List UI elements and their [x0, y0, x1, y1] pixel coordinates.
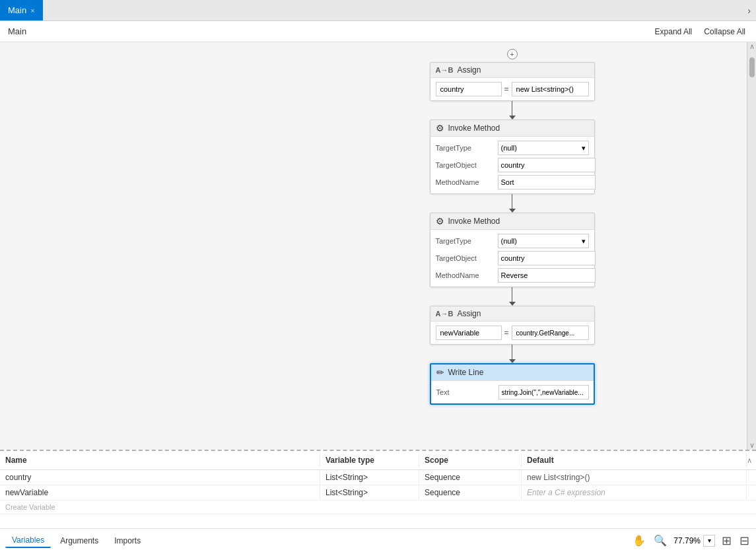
assign-1-value[interactable]: new List<string>() — [512, 82, 589, 96]
top-connector: + — [507, 49, 518, 61]
flow-area[interactable]: + A→B Assign country = new List<string>(… — [277, 42, 747, 450]
bottom-right-controls: ✋ 🔍 77.79% ▾ ⊞ ⊟ — [631, 532, 751, 549]
add-before-button[interactable]: + — [507, 49, 518, 59]
col-header-default: Default — [522, 454, 747, 467]
invoke-2-body: TargetType (null) ▾ TargetObject MethodN… — [430, 230, 594, 287]
assign-1-body: country = new List<string>() — [430, 78, 594, 100]
assign-2-header: A→B Assign — [430, 306, 594, 322]
line-4 — [512, 345, 512, 359]
col-header-type: Variable type — [320, 454, 419, 467]
scroll-up-button[interactable]: ∧ — [749, 42, 755, 51]
write-line-text-input[interactable] — [498, 385, 589, 399]
invoke-2-method-row: MethodName — [436, 268, 589, 283]
assign-2-row: newVariable = country.GetRange... — [436, 326, 589, 340]
variables-header-row: Name Variable type Scope Default ∧ — [0, 451, 756, 470]
tab-variables[interactable]: Variables — [5, 534, 51, 548]
connector-2 — [509, 194, 516, 213]
create-variable-label[interactable]: Create Variable — [0, 500, 320, 514]
canvas-scrollbar[interactable]: ∧ ∨ — [747, 42, 756, 450]
assign-1-equals: = — [504, 85, 509, 94]
collapse-canvas-button[interactable]: ⊟ — [738, 532, 751, 549]
invoke-method-1[interactable]: ⚙ Invoke Method TargetType (null) ▾ Targ… — [430, 120, 595, 194]
main-tab[interactable]: Main × — [0, 0, 43, 20]
write-line-header: ✏ Write Line — [431, 364, 594, 381]
canvas-left-empty — [0, 42, 277, 450]
zoom-dropdown-button[interactable]: ▾ — [703, 535, 715, 547]
assign-1-row: country = new List<string>() — [436, 82, 589, 96]
col-header-name: Name — [0, 454, 320, 467]
variables-table: Name Variable type Scope Default ∧ count… — [0, 451, 756, 528]
tab-imports[interactable]: Imports — [108, 534, 147, 547]
invoke-1-targettype-label: TargetType — [436, 144, 495, 152]
var-type-newvariable[interactable]: List<String> — [320, 485, 419, 500]
canvas-area: + A→B Assign country = new List<string>(… — [0, 42, 756, 450]
invoke-1-body: TargetType (null) ▾ TargetObject MethodN… — [430, 137, 594, 193]
var-scope-country[interactable]: Sequence — [419, 470, 522, 485]
invoke-1-method-input[interactable] — [498, 175, 596, 190]
toolbar: Main Expand All Collapse All — [0, 21, 756, 42]
assign-2-label: Assign — [457, 309, 481, 318]
invoke-1-header: ⚙ Invoke Method — [430, 120, 594, 137]
invoke-2-targetobj-input[interactable] — [498, 251, 596, 265]
connector-4 — [509, 345, 516, 363]
hand-tool-button[interactable]: ✋ — [631, 533, 647, 548]
invoke-1-targetobj-row: TargetObject — [436, 158, 589, 172]
assign-activity-2[interactable]: A→B Assign newVariable = country.GetRang… — [430, 306, 595, 345]
var-type-country[interactable]: List<String> — [320, 470, 419, 485]
tab-bar: Main × › — [0, 0, 756, 21]
variable-row-country[interactable]: country List<String> Sequence new List<s… — [0, 470, 756, 485]
invoke-2-targettype-input[interactable]: (null) ▾ — [498, 234, 589, 248]
col-header-scope: Scope — [419, 454, 522, 467]
toolbar-actions: Expand All Collapse All — [652, 26, 748, 38]
var-scope-newvariable[interactable]: Sequence — [419, 485, 522, 500]
vars-scroll-up[interactable]: ∧ — [747, 454, 756, 467]
write-line-body: Text — [431, 381, 594, 403]
invoke-2-label: Invoke Method — [448, 217, 500, 226]
invoke-1-targettype-input[interactable]: (null) ▾ — [498, 141, 589, 155]
assign-2-value[interactable]: country.GetRange... — [512, 326, 589, 340]
var-default-newvariable[interactable]: Enter a C# expression — [522, 485, 747, 500]
invoke-2-targettype-row: TargetType (null) ▾ — [436, 234, 589, 248]
invoke-icon-2: ⚙ — [436, 216, 444, 226]
invoke-2-targetobj-row: TargetObject — [436, 251, 589, 265]
write-line-label: Write Line — [448, 368, 484, 377]
expand-canvas-button[interactable]: ⊞ — [720, 532, 733, 549]
invoke-2-targettype-label: TargetType — [436, 237, 495, 245]
scroll-down-button[interactable]: ∨ — [749, 441, 755, 450]
assign-2-body: newVariable = country.GetRange... — [430, 322, 594, 344]
assign-2-variable[interactable]: newVariable — [436, 326, 502, 340]
write-line-activity[interactable]: ✏ Write Line Text — [430, 363, 595, 405]
invoke-2-method-label: MethodName — [436, 271, 495, 279]
scroll-thumb[interactable] — [749, 57, 755, 77]
connector-3 — [509, 287, 516, 306]
expand-all-button[interactable]: Expand All — [652, 26, 695, 38]
create-variable-row[interactable]: Create Variable — [0, 500, 756, 514]
tab-arguments[interactable]: Arguments — [53, 534, 105, 547]
invoke-1-targetobj-input[interactable] — [498, 158, 596, 172]
invoke-1-targetobj-label: TargetObject — [436, 161, 495, 169]
write-line-text-row: Text — [436, 385, 588, 399]
writeline-icon: ✏ — [436, 367, 444, 378]
tab-label: Main — [8, 5, 26, 15]
assign-icon-1: A→B — [436, 66, 454, 74]
zoom-control: 77.79% ▾ — [673, 535, 715, 547]
invoke-2-header: ⚙ Invoke Method — [430, 213, 594, 230]
line-3 — [512, 287, 512, 302]
variables-panel: Name Variable type Scope Default ∧ count… — [0, 450, 756, 552]
invoke-method-2[interactable]: ⚙ Invoke Method TargetType (null) ▾ Targ… — [430, 213, 595, 287]
assign-1-header: A→B Assign — [430, 63, 594, 78]
var-default-country[interactable]: new List<string>() — [522, 470, 747, 485]
connector-1 — [509, 101, 516, 120]
var-name-newvariable[interactable]: newVariable — [0, 485, 320, 500]
search-button[interactable]: 🔍 — [652, 533, 668, 548]
line-1 — [512, 101, 512, 116]
assign-1-variable[interactable]: country — [436, 82, 502, 96]
tab-close-icon[interactable]: × — [30, 7, 34, 15]
chevron-right-icon: › — [747, 5, 751, 16]
var-name-country[interactable]: country — [0, 470, 320, 485]
assign-icon-2: A→B — [436, 310, 454, 318]
collapse-all-button[interactable]: Collapse All — [701, 26, 748, 38]
invoke-2-method-input[interactable] — [498, 268, 596, 283]
assign-activity-1[interactable]: A→B Assign country = new List<string>() — [430, 62, 595, 101]
variable-row-newvariable[interactable]: newVariable List<String> Sequence Enter … — [0, 485, 756, 500]
